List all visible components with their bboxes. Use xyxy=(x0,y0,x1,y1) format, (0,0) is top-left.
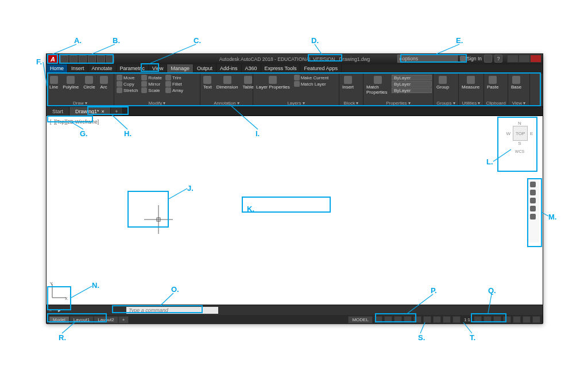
pan-icon[interactable] xyxy=(530,190,536,195)
tab-annotate[interactable]: Annotate xyxy=(88,64,117,74)
help-icon[interactable]: ? xyxy=(494,55,502,63)
viewcube-s[interactable]: S xyxy=(502,141,537,146)
fillet-button[interactable]: Fillet xyxy=(164,81,184,87)
panel-title-annotation[interactable]: Annotation ▾ xyxy=(202,100,252,106)
search-box[interactable]: ▸ options xyxy=(397,55,458,63)
clean-screen-icon[interactable] xyxy=(523,316,531,323)
close-button[interactable] xyxy=(530,55,541,63)
match-properties-button[interactable]: Match Properties xyxy=(365,75,390,96)
showmotion-icon[interactable] xyxy=(530,214,536,220)
base-button[interactable]: Base xyxy=(509,75,523,91)
lwt-icon[interactable] xyxy=(443,316,451,323)
transparency-icon[interactable] xyxy=(452,316,461,323)
viewport-label[interactable]: [–][Top][2D Wireframe] xyxy=(49,118,100,125)
mirror-button[interactable]: Mirror xyxy=(140,81,163,87)
circle-button[interactable]: Circle xyxy=(82,75,96,91)
layout-tab-add[interactable]: + xyxy=(118,316,129,324)
viewcube-wcs[interactable]: WCS xyxy=(502,149,537,153)
hardware-accel-icon[interactable] xyxy=(513,316,521,323)
array-button[interactable]: Array xyxy=(164,87,184,93)
ortho-icon[interactable] xyxy=(394,316,402,323)
viewcube[interactable]: N W TOP E S WCS xyxy=(502,121,537,161)
panel-title-modify[interactable]: Modify ▾ xyxy=(115,100,199,106)
maximize-button[interactable] xyxy=(519,55,530,63)
trim-button[interactable]: Trim xyxy=(164,75,184,80)
file-tab-start[interactable]: Start xyxy=(47,107,69,116)
isolate-icon[interactable] xyxy=(503,316,511,323)
tab-insert[interactable]: Insert xyxy=(68,64,88,74)
panel-title-draw[interactable]: Draw ▾ xyxy=(48,100,113,106)
exchange-icon[interactable] xyxy=(484,55,492,63)
layout-tab-model[interactable]: Model xyxy=(49,316,69,324)
grid-icon[interactable] xyxy=(374,316,382,323)
zoom-icon[interactable] xyxy=(530,198,536,203)
tab-parametric[interactable]: Parametric xyxy=(117,64,149,74)
panel-title-properties[interactable]: Properties ▾ xyxy=(365,100,432,106)
dimension-button[interactable]: Dimension xyxy=(215,75,240,91)
tab-manage[interactable]: Manage xyxy=(167,64,194,74)
arc-button[interactable]: Arc xyxy=(98,75,110,91)
minimize-button[interactable] xyxy=(507,55,519,63)
snap-icon[interactable] xyxy=(384,316,392,323)
annotation-scale[interactable]: 1:1 xyxy=(462,317,472,322)
viewcube-n[interactable]: N xyxy=(502,121,537,126)
make-current-button[interactable]: Make Current xyxy=(293,75,330,80)
monitor-icon[interactable] xyxy=(493,316,501,323)
tab-home[interactable]: Home xyxy=(47,64,68,74)
panel-title-layers[interactable]: Layers ▾ xyxy=(254,100,338,106)
ucs-icon[interactable]: Y X xyxy=(50,280,69,301)
drawing-area[interactable]: [–][Top][2D Wireframe] N W TOP E S WCS xyxy=(47,116,543,305)
panel-title-view[interactable]: View ▾ xyxy=(509,100,528,106)
file-tab-drawing1[interactable]: Drawing1* × xyxy=(69,107,111,116)
tab-addins[interactable]: Add-ins xyxy=(216,64,242,74)
tab-view[interactable]: View xyxy=(149,64,167,74)
paste-button[interactable]: Paste xyxy=(485,75,500,91)
group-button[interactable]: Group xyxy=(435,75,451,91)
layout-tab-layout2[interactable]: Layout2 xyxy=(94,316,118,324)
tab-output[interactable]: Output xyxy=(194,64,216,74)
panel-title-utilities[interactable]: Utilities ▾ xyxy=(460,100,482,106)
new-tab-button[interactable]: + xyxy=(111,107,123,116)
customize-icon[interactable] xyxy=(532,316,540,323)
layout-tab-layout1[interactable]: Layout1 xyxy=(69,316,94,324)
viewcube-w[interactable]: W xyxy=(506,131,511,136)
panel-title-block[interactable]: Block ▾ xyxy=(341,100,362,106)
tab-express-tools[interactable]: Express Tools xyxy=(261,64,301,74)
layer-properties-button[interactable]: Layer Properties xyxy=(254,75,292,91)
tab-a360[interactable]: A360 xyxy=(242,64,261,74)
panel-title-clipboard[interactable]: Clipboard xyxy=(485,100,506,106)
panel-title-groups[interactable]: Groups ▾ xyxy=(435,100,457,106)
close-tab-icon[interactable]: × xyxy=(102,109,105,114)
match-layer-button[interactable]: Match Layer xyxy=(293,81,330,87)
insert-button[interactable]: Insert xyxy=(341,75,355,91)
copy-button[interactable]: Copy xyxy=(115,81,139,87)
viewcube-e[interactable]: E xyxy=(530,131,533,136)
command-chevron-icon[interactable]: ▸ xyxy=(58,307,61,313)
steering-wheel-icon[interactable] xyxy=(530,182,536,187)
orbit-icon[interactable] xyxy=(530,206,536,211)
move-button[interactable]: Move xyxy=(115,75,139,80)
signin-button[interactable]: Sign In xyxy=(460,56,482,61)
viewcube-top[interactable]: TOP xyxy=(513,126,528,141)
line-button[interactable]: Line xyxy=(48,75,60,91)
status-model-label[interactable]: MODEL xyxy=(348,316,372,324)
tab-featured-apps[interactable]: Featured Apps xyxy=(300,64,342,74)
stretch-button[interactable]: Stretch xyxy=(115,87,139,93)
text-button[interactable]: Text xyxy=(202,75,214,91)
workspace-icon[interactable] xyxy=(483,316,492,323)
linetype-bylayer[interactable]: ByLayer xyxy=(392,87,432,93)
rotate-button[interactable]: Rotate xyxy=(140,75,163,80)
command-close-icon[interactable]: × xyxy=(49,307,56,313)
scale-button[interactable]: Scale xyxy=(140,87,163,93)
dyn-icon[interactable] xyxy=(433,316,441,323)
navigation-bar[interactable] xyxy=(527,179,539,243)
polyline-button[interactable]: Polyline xyxy=(61,75,80,91)
polar-icon[interactable] xyxy=(404,316,412,323)
lineweight-bylayer[interactable]: ByLayer xyxy=(392,81,432,87)
measure-button[interactable]: Measure xyxy=(460,75,481,91)
otrack-icon[interactable] xyxy=(423,316,431,323)
osnap-icon[interactable] xyxy=(413,316,421,323)
color-bylayer[interactable]: ByLayer xyxy=(392,75,432,80)
command-input[interactable]: Type a command xyxy=(126,307,218,314)
gear-icon[interactable] xyxy=(474,316,482,323)
